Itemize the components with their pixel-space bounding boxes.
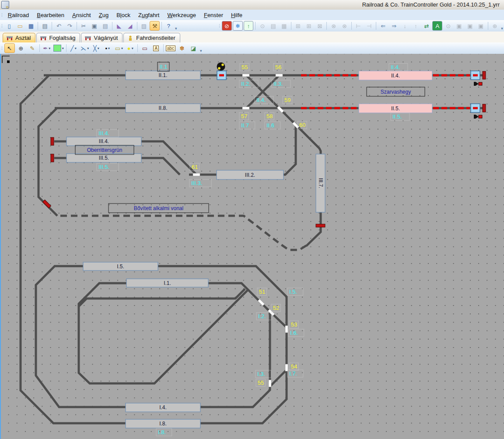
properties-button[interactable]: ▨: [139, 21, 149, 31]
toolbar-overflow-chevron[interactable]: ▾: [200, 49, 202, 54]
cut-button[interactable]: ✂: [79, 21, 89, 31]
toolbar-overflow-chevron[interactable]: ▾: [501, 26, 503, 32]
dropdown-arrow-icon[interactable]: ▾: [87, 46, 89, 50]
rotate-right-button[interactable]: ◢: [125, 21, 135, 31]
dropdown-arrow-icon[interactable]: ▾: [108, 46, 110, 50]
menu-item-fenster[interactable]: Fenster: [200, 11, 227, 20]
zoom-select-button[interactable]: ⊕: [16, 43, 26, 53]
layout-canvas[interactable]: II.1.II.8.III.4.III.5.III.2.III.7.I.5.I.…: [0, 54, 504, 439]
switch-mark-56[interactable]: [276, 74, 283, 77]
block-id-label-II.5.: II.5.: [392, 113, 402, 120]
tab-vágányút[interactable]: Vágányút: [81, 33, 122, 42]
dropdown-arrow-icon[interactable]: ▾: [62, 46, 64, 50]
save-file-button[interactable]: ▦: [26, 21, 36, 31]
tab-fahrdienstleiter[interactable]: Fahrdienstleiter: [123, 33, 180, 42]
dropdown-arrow-icon[interactable]: ▾: [49, 46, 50, 50]
menu-item-bearbeiten[interactable]: Bearbeiten: [33, 11, 68, 20]
image-tool-button[interactable]: ◪: [188, 43, 199, 53]
track-branch-to-III2[interactable]: [189, 123, 296, 175]
dropdown-arrow-icon[interactable]: ▾: [132, 46, 133, 50]
menu-item-zug[interactable]: Zug: [95, 11, 112, 20]
redo-button[interactable]: ↷: [65, 21, 75, 31]
text-display-button[interactable]: A: [432, 21, 442, 31]
block-id-label-I.8.: I.8.: [158, 429, 166, 435]
menu-item-hilfe[interactable]: Hilfe: [227, 11, 246, 20]
switch-number-53: 53: [291, 321, 297, 328]
toolbar-separator: [351, 22, 352, 30]
circle-tool-button[interactable]: ●▾: [125, 43, 136, 53]
track-left-branch-lower[interactable]: [38, 108, 57, 216]
rotate-left-button[interactable]: ◣: [114, 21, 124, 31]
track-III7-lower[interactable]: [306, 212, 321, 246]
toolbar-separator: [163, 44, 164, 52]
copy-button[interactable]: ▣: [89, 21, 99, 31]
menu-item-ansicht[interactable]: Ansicht: [68, 11, 95, 20]
turnout-tool-button[interactable]: ⋋▾: [80, 43, 90, 53]
switch-mark-61[interactable]: [193, 173, 200, 176]
undo-button[interactable]: ↶: [54, 21, 64, 31]
track-occasional-line-dashed[interactable]: [60, 216, 306, 250]
tab-foglaltság[interactable]: Foglaltság: [36, 33, 80, 42]
schedule-run-button[interactable]: ⇄: [422, 21, 432, 31]
switch-mark-55b[interactable]: [269, 380, 271, 387]
tools-button[interactable]: ⚒: [150, 21, 160, 31]
menu-item-block[interactable]: Block: [112, 11, 134, 20]
menu-item-zugfahrt[interactable]: Zugfahrt: [134, 11, 163, 20]
uncoupler-II4[interactable]: [474, 82, 476, 86]
pencil-button[interactable]: ✎: [27, 43, 38, 53]
uncoupler-II5[interactable]: [474, 115, 476, 119]
select-cursor-button[interactable]: ↖: [4, 43, 15, 53]
help-button[interactable]: ?: [164, 21, 174, 31]
switch-number-55: 55: [258, 379, 264, 386]
open-file-button[interactable]: ▭: [15, 21, 25, 31]
paint-brush-button[interactable]: ✒▾: [42, 43, 52, 53]
menu-item-werkzeuge[interactable]: Werkzeuge: [163, 11, 200, 20]
selection-corner-handle[interactable]: [7, 60, 10, 63]
signal-tool-button[interactable]: ▪▾: [102, 43, 113, 53]
switch-mark-55[interactable]: [242, 74, 249, 77]
label-box-text: Szarvashegy: [381, 89, 411, 95]
track-crossover-diag-a[interactable]: [246, 75, 321, 154]
switch-mark-51[interactable]: [258, 299, 265, 306]
power-on-button[interactable]: ↑: [244, 21, 254, 31]
block-label-II.1.: II.1.: [158, 72, 167, 78]
move-down-button: ↓: [400, 21, 410, 31]
switch-number-61: 61: [192, 164, 198, 170]
toolbar-overflow-chevron[interactable]: ▾: [175, 26, 177, 32]
toolbar-separator: [39, 44, 40, 52]
emergency-stop-button[interactable]: ⊘: [222, 21, 232, 31]
toolbar-separator: [161, 22, 162, 30]
new-file-button[interactable]: ▯: [4, 21, 14, 31]
tab-asztal[interactable]: Asztal: [3, 33, 35, 42]
dropdown-arrow-icon[interactable]: ▾: [121, 46, 123, 50]
signal-box-a-button: ⊞: [293, 21, 303, 31]
throttle-button: ▦: [279, 21, 289, 31]
crossing-tool-button[interactable]: ╳▾: [91, 43, 102, 53]
signal-II1[interactable]: [217, 63, 225, 71]
dropdown-arrow-icon[interactable]: ▾: [75, 46, 77, 50]
color-swatch-button[interactable]: ▾: [53, 43, 64, 53]
switch-mark-53[interactable]: [285, 326, 288, 333]
toolbar-grip: ⁞: [1, 13, 2, 18]
small-block-button[interactable]: ▭: [140, 43, 150, 53]
switch-mark-crossing-lower[interactable]: [242, 107, 249, 109]
title-bar: Railroad & Co. TrainController Gold - 20…: [0, 0, 504, 10]
route-pull-button[interactable]: ⇐: [378, 21, 388, 31]
line-tool-button[interactable]: ╱▾: [68, 43, 79, 53]
print-button[interactable]: ▤: [40, 21, 50, 31]
switch-number-54: 54: [291, 363, 297, 370]
block-id-label-I.7.: I.7.: [289, 370, 297, 377]
dropdown-arrow-icon[interactable]: ▾: [98, 46, 99, 50]
extend-left-button: ⊢: [354, 21, 364, 31]
palette-button[interactable]: ✽: [177, 43, 187, 53]
menu-item-railroad[interactable]: Railroad: [4, 11, 33, 20]
route-push-button[interactable]: ⇒: [389, 21, 399, 31]
text-frame-button[interactable]: A: [151, 43, 161, 53]
block-id-label-III.5.: III.5.: [98, 164, 109, 170]
paste-button[interactable]: ▤: [100, 21, 110, 31]
freeze-button[interactable]: ❄: [233, 21, 243, 31]
abc-label-button[interactable]: abc: [165, 43, 176, 53]
track-innermost-top[interactable]: [79, 289, 245, 306]
block-tool-button[interactable]: ▭▾: [114, 43, 124, 53]
track-switch-branch-54-55[interactable]: [270, 370, 287, 386]
